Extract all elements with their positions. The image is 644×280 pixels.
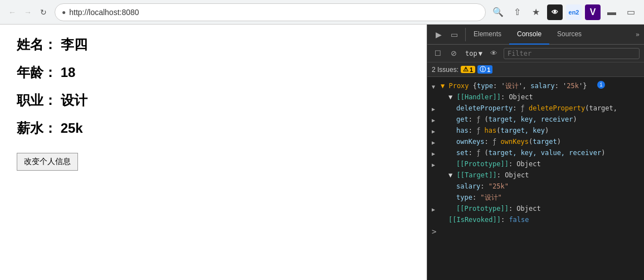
job-label: 职业： (17, 93, 57, 108)
age-label: 年龄： (17, 65, 57, 80)
info-icon[interactable]: i (597, 81, 605, 89)
isrevoked-line: [[IsRevoked]] : false (427, 214, 644, 225)
change-info-button[interactable]: 改变个人信息 (17, 153, 78, 171)
collapse-icon: ▶ (432, 149, 435, 159)
name-value: 李四 (61, 37, 87, 52)
target-line[interactable]: ▼ [[Target]] : Object (427, 170, 644, 181)
prompt-symbol: > (432, 227, 436, 236)
salary-line: salary : "25k" (427, 181, 644, 192)
salary-label: 薪水： (17, 120, 57, 136)
age-row: 年龄： 18 (17, 64, 410, 81)
more-tabs-button[interactable]: » (631, 31, 644, 38)
tab-console[interactable]: Console (509, 25, 549, 45)
collapse-icon: ▶ (432, 104, 435, 114)
forward-button[interactable]: → (21, 6, 35, 19)
name-label: 姓名： (17, 37, 57, 52)
name-row: 姓名： 李四 (17, 36, 410, 54)
zoom-button[interactable]: 🔍 (490, 4, 506, 20)
collapse-icon: ▶ (432, 127, 435, 137)
browser-chrome: ← → ↻ ● 🔍 ⇧ ★ 👁 en2 V ▬ ▭ (0, 0, 644, 25)
issues-label: 2 Issues: (432, 66, 458, 74)
proxy-root-line[interactable]: ▼ ▼ Proxy { type : ' 设计 ', salary : ' 25… (427, 80, 644, 91)
browser-toolbar-right: 🔍 ⇧ ★ 👁 en2 V ▬ ▭ (490, 4, 638, 20)
block-button[interactable]: ⊘ (447, 47, 460, 60)
collapse-icon: ▶ (432, 115, 435, 125)
collapse-icon: ▶ (432, 138, 435, 148)
page-content: 姓名： 李四 年龄： 18 职业： 设计 薪水： 25k 改变个人信息 (0, 25, 427, 280)
clear-console-button[interactable]: ☐ (432, 47, 444, 60)
devtools-console: ▼ ▼ Proxy { type : ' 设计 ', salary : ' 25… (427, 77, 644, 280)
warning-badge[interactable]: ⚠ 1 (461, 66, 475, 73)
extensions-button[interactable]: ▬ (604, 4, 619, 20)
prototype-handler-line[interactable]: ▶ [[Prototype]] : Object (427, 158, 644, 170)
address-bar[interactable]: ● (55, 3, 486, 21)
proxy-label: ▼ Proxy (441, 81, 473, 91)
job-row: 职业： 设计 (17, 91, 410, 109)
delete-property-line[interactable]: ▶ deleteProperty : ƒ deleteProperty (tar… (427, 103, 644, 114)
top-context-selector[interactable]: top ▼ (463, 49, 485, 59)
salary-row: 薪水： 25k (17, 119, 410, 137)
warning-count: 1 (470, 66, 473, 73)
top-context-label: top (465, 50, 477, 57)
main-area: 姓名： 李四 年龄： 18 职业： 设计 薪水： 25k 改变个人信息 ▶ ▭ … (0, 25, 644, 280)
top-context-chevron: ▼ (479, 50, 482, 57)
element-picker-button[interactable]: ▶ (432, 28, 445, 41)
bookmark-button[interactable]: ★ (528, 4, 544, 20)
handler-line[interactable]: ▼ [[Handler]] : Object (427, 91, 644, 103)
devtools-tab-icons: ▶ ▭ (427, 28, 466, 41)
type-line: type : "设计" (427, 192, 644, 203)
prototype-target-line[interactable]: ▶ [[Prototype]] : Object (427, 203, 644, 214)
lock-icon: ● (62, 8, 66, 16)
nav-buttons: ← → ↻ (6, 6, 50, 19)
share-button[interactable]: ⇧ (509, 4, 525, 20)
eye-button[interactable]: 👁 (488, 47, 500, 60)
set-line[interactable]: ▶ set : ƒ ( target, key, value, receiver… (427, 147, 644, 158)
tab-elements[interactable]: Elements (466, 25, 509, 45)
collapse-icon: ▶ (432, 160, 435, 170)
ownkeys-line[interactable]: ▶ ownKeys : ƒ ownKeys ( target ) (427, 136, 644, 147)
info-badge[interactable]: ⓘ 1 (477, 65, 492, 74)
issues-bar: 2 Issues: ⚠ 1 ⓘ 1 (427, 62, 644, 77)
extension-icon-1[interactable]: 👁 (547, 4, 563, 20)
tab-sources[interactable]: Sources (549, 25, 589, 45)
devtools-console-toolbar: ☐ ⊘ top ▼ 👁 (427, 45, 644, 62)
device-toolbar-button[interactable]: ▭ (447, 28, 461, 41)
expand-icon: ▼ (432, 82, 435, 92)
console-filter-input[interactable] (504, 48, 640, 59)
info-count: 1 (487, 66, 490, 73)
salary-value: 25k (61, 120, 83, 136)
extension-icon-2[interactable]: en2 (566, 4, 582, 20)
collapse-icon: ▶ (432, 205, 435, 215)
devtools-panel: ▶ ▭ Elements Console Sources » ☐ ⊘ top ▼… (427, 25, 644, 280)
menu-button[interactable]: ▭ (623, 4, 638, 20)
job-value: 设计 (61, 93, 87, 108)
get-line[interactable]: ▶ get : ƒ ( target, key, receiver ) (427, 114, 644, 125)
devtools-tabs: ▶ ▭ Elements Console Sources » (427, 25, 644, 45)
extension-icon-3[interactable]: V (585, 4, 601, 20)
has-line[interactable]: ▶ has : ƒ has ( target, key ) (427, 125, 644, 136)
age-value: 18 (61, 65, 76, 80)
console-prompt[interactable]: > (427, 225, 644, 238)
url-input[interactable] (69, 8, 479, 17)
back-button[interactable]: ← (6, 6, 19, 19)
reload-button[interactable]: ↻ (37, 6, 50, 19)
